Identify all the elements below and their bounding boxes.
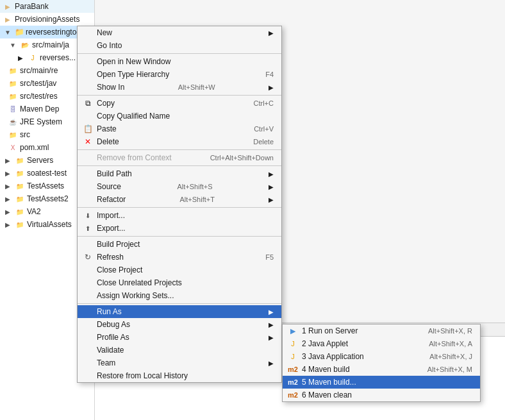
submenu-item-maven-clean[interactable]: m2 6 Maven clean: [283, 389, 480, 401]
menu-label: 2 Java Applet: [302, 339, 348, 348]
delete-icon: ✕: [83, 137, 93, 147]
menu-item-validate[interactable]: Validate: [78, 344, 281, 357]
menu-label: Show In: [97, 83, 124, 92]
folder-icon: 📁: [8, 78, 18, 88]
menu-item-export[interactable]: ⬆ Export...: [78, 222, 281, 235]
menu-item-gointo[interactable]: Go Into: [78, 39, 281, 52]
menu-item-profile-as[interactable]: Profile As ▶: [78, 331, 281, 344]
menu-item-show-in[interactable]: Show In Alt+Shift+W ▶: [78, 81, 281, 94]
shortcut-label: Alt+Shift+T: [167, 196, 214, 203]
tree-item-parabank[interactable]: ▶ ParaBank: [0, 0, 94, 13]
menu-item-copy-qualified-name[interactable]: Copy Qualified Name: [78, 110, 281, 122]
tree-item-label: JRE System: [20, 117, 62, 126]
shortcut-label: Alt+Shift+S: [164, 183, 212, 190]
tree-item-label: TestAssets: [27, 181, 64, 190]
submenu-item-maven-build-ellipsis[interactable]: m2 5 Maven build...: [283, 376, 480, 389]
m2-icon: m2: [288, 364, 298, 374]
folder-icon: 📁: [15, 155, 25, 165]
menu-item-assign-working-sets[interactable]: Assign Working Sets...: [78, 289, 281, 302]
tree-item-label: VirtualAssets: [27, 220, 72, 229]
separator: [78, 149, 281, 150]
menu-item-refactor[interactable]: Refactor Alt+Shift+T ▶: [78, 193, 281, 206]
folder-icon: ▶: [3, 14, 13, 24]
tree-item-label: reversestringtool: [26, 28, 83, 37]
menu-item-remove-context: Remove from Context Ctrl+Alt+Shift+Down: [78, 151, 281, 164]
shortcut-label: Alt+Shift+X, A: [416, 340, 472, 348]
submenu-item-java-applet[interactable]: J 2 Java Applet Alt+Shift+X, A: [283, 337, 480, 350]
java-applet-icon: J: [288, 339, 298, 349]
menu-item-new[interactable]: New ▶: [78, 26, 281, 39]
folder-icon: 📁: [15, 206, 25, 217]
menu-label: Build Path: [97, 169, 132, 178]
submenu-arrow: ▶: [256, 321, 274, 328]
menu-item-refresh[interactable]: ↻ Refresh F5: [78, 251, 281, 264]
submenu-arrow: ▶: [256, 171, 274, 178]
menu-label: 3 Java Application: [302, 352, 364, 361]
tree-item-label: ParaBank: [15, 2, 49, 11]
jre-icon: ☕: [8, 117, 18, 127]
shortcut-label: Ctrl+Alt+Shift+Down: [197, 154, 274, 162]
submenu-arrow: ▶: [256, 308, 274, 315]
menu-item-run-as[interactable]: Run As ▶: [78, 305, 281, 318]
copy-icon: ⧉: [83, 98, 93, 108]
paste-icon: 📋: [83, 124, 93, 134]
runas-submenu: ▶ 1 Run on Server Alt+Shift+X, R J 2 Jav…: [282, 324, 481, 402]
menu-label: Open Type Hierarchy: [97, 70, 169, 79]
tree-item-label: src: [20, 130, 30, 139]
java-icon: J: [28, 53, 38, 63]
menu-item-paste[interactable]: 📋 Paste Ctrl+V: [78, 122, 281, 135]
project-icon: 📁: [15, 28, 24, 37]
menu-item-open-new-window[interactable]: Open in New Window: [78, 55, 281, 68]
folder-icon: ▶: [3, 1, 13, 12]
menu-label: Assign Working Sets...: [97, 291, 174, 300]
separator: [78, 53, 281, 54]
src-folder-icon: 📂: [20, 40, 30, 50]
menu-item-delete[interactable]: ✕ Delete Delete: [78, 135, 281, 148]
menu-item-copy[interactable]: ⧉ Copy Ctrl+C: [78, 97, 281, 110]
submenu-arrow: ▶: [256, 334, 274, 341]
folder-icon: 📁: [8, 65, 18, 76]
tree-item-label: pom.xml: [20, 143, 49, 152]
xml-icon: X: [8, 142, 18, 153]
tree-item-label: src/test/jav: [20, 79, 56, 88]
export-icon: ⬆: [83, 223, 93, 233]
java-app-icon: J: [288, 351, 298, 362]
submenu-arrow: ▶: [256, 360, 274, 367]
menu-label: Paste: [97, 124, 117, 133]
tree-item-label: src/main/ja: [32, 40, 69, 49]
menu-item-build-path[interactable]: Build Path ▶: [78, 167, 281, 180]
menu-label: Debug As: [97, 320, 130, 329]
submenu-arrow: ▶: [256, 196, 274, 203]
expand-icon: ▶: [3, 181, 13, 191]
menu-label: Build Project: [97, 240, 140, 249]
menu-label: Copy Qualified Name: [97, 112, 170, 121]
shortcut-label: Alt+Shift+X, M: [415, 365, 472, 373]
expand-icon: ▼: [8, 40, 18, 50]
menu-label: Profile As: [97, 333, 129, 342]
menu-item-team[interactable]: Team ▶: [78, 357, 281, 369]
menu-label: Close Unrelated Projects: [97, 278, 182, 287]
menu-item-build-project[interactable]: Build Project: [78, 238, 281, 251]
menu-item-open-type-hierarchy[interactable]: Open Type Hierarchy F4: [78, 68, 281, 81]
shortcut-label: Alt+Shift+W: [165, 83, 215, 91]
menu-item-import[interactable]: ⬇ Import...: [78, 209, 281, 222]
menu-label: Export...: [97, 224, 126, 233]
menu-label: 4 Maven build: [302, 365, 350, 374]
submenu-item-maven-build[interactable]: m2 4 Maven build Alt+Shift+X, M: [283, 363, 480, 376]
submenu-item-run-on-server[interactable]: ▶ 1 Run on Server Alt+Shift+X, R: [283, 324, 480, 337]
menu-label: Run As: [97, 307, 122, 316]
folder-icon: 📁: [15, 181, 25, 191]
menu-item-source[interactable]: Source Alt+Shift+S ▶: [78, 180, 281, 193]
submenu-item-java-app[interactable]: J 3 Java Application Alt+Shift+X, J: [283, 350, 480, 363]
menu-label: Restore from Local History: [97, 371, 188, 380]
menu-item-debug-as[interactable]: Debug As ▶: [78, 318, 281, 331]
shortcut-label: Alt+Shift+X, J: [417, 353, 472, 360]
tree-item-label: reverses...: [40, 53, 76, 62]
menu-item-close-unrelated[interactable]: Close Unrelated Projects: [78, 276, 281, 289]
m2-icon: m2: [288, 390, 298, 400]
menu-item-restore-local-history[interactable]: Restore from Local History: [78, 369, 281, 382]
tree-item-provisioning[interactable]: ▶ ProvisioningAssets: [0, 13, 94, 26]
menu-item-close-project[interactable]: Close Project: [78, 264, 281, 276]
expand-icon: ▶: [3, 206, 13, 217]
shortcut-label: Ctrl+V: [241, 125, 274, 133]
